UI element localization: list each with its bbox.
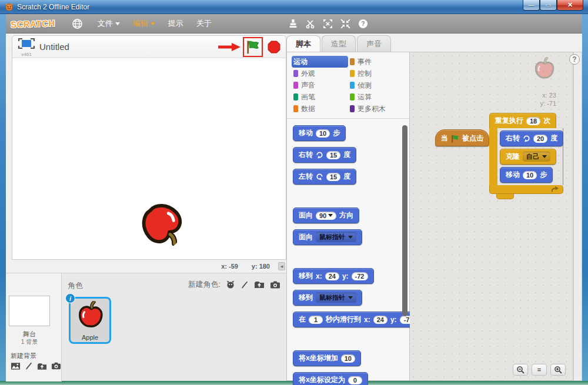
zoom-in-button[interactable] [550, 364, 566, 376]
camera-icon[interactable] [51, 362, 61, 370]
apple-thumbnail-image [76, 301, 105, 336]
collapse-toggle-icon[interactable]: ◄ [278, 262, 285, 270]
category-1[interactable]: 外观 [292, 68, 348, 79]
tab-2[interactable]: 声音 [357, 35, 391, 52]
repeat-block[interactable]: 重复执行18次右转20度克隆自己移动10步 [489, 113, 563, 199]
number-input[interactable]: 10 [523, 171, 537, 179]
menu-item-0[interactable]: 文件 [98, 18, 120, 29]
number-input[interactable]: 24 [373, 316, 387, 324]
flag-icon[interactable] [451, 135, 459, 143]
dropdown-menu[interactable]: 鼠标指针 [316, 293, 356, 303]
sprite-thumbnail-apple[interactable]: i Apple [69, 297, 111, 344]
script-area[interactable]: x: 23 y: -71 当被点击重复执行18次右转20度克隆自己移动10步 = [410, 52, 573, 381]
zoom-reset-button[interactable]: = [532, 364, 547, 376]
help-button[interactable]: ? [569, 54, 580, 65]
fullscreen-icon[interactable] [18, 38, 35, 49]
camera-icon[interactable] [270, 281, 280, 289]
editor-tabs: 脚本造型声音 [286, 35, 391, 52]
new-sprite-label: 新建角色: [188, 279, 220, 290]
apple-sprite-on-stage[interactable] [133, 195, 187, 251]
palette-block[interactable]: 移到x:24y:-72 [293, 268, 374, 284]
dropdown-arrow-icon[interactable] [348, 236, 353, 239]
palette-block[interactable]: 右转15度 [293, 147, 356, 163]
category-9[interactable]: 更多积木 [348, 103, 406, 115]
duplicate-stamp-icon[interactable] [288, 19, 298, 29]
category-7[interactable]: 侦测 [348, 79, 406, 91]
dropdown-arrow-icon[interactable] [328, 214, 333, 217]
ccw-icon[interactable] [316, 173, 323, 180]
category-label: 事件 [358, 57, 372, 67]
sprite-y-coord: y: -71 [540, 99, 556, 108]
number-input[interactable]: 20 [533, 135, 547, 143]
sprites-header-label: 角色 [68, 280, 83, 291]
number-input[interactable]: 15 [326, 173, 340, 181]
palette-block[interactable]: 将x坐标设定为0 [293, 372, 368, 385]
tab-1[interactable]: 造型 [322, 35, 356, 52]
palette-block[interactable]: 将x坐标增加10 [293, 350, 361, 366]
paintbrush-icon[interactable] [240, 280, 249, 289]
paintbrush-icon[interactable] [25, 361, 33, 370]
stage-backdrop-column: 舞台 1 背景 新建背景 [6, 273, 62, 381]
dropdown-arrow-icon[interactable] [348, 296, 353, 299]
version-label: v461 [16, 52, 36, 57]
palette-scrollbar[interactable] [402, 125, 408, 378]
script-block[interactable]: 克隆自己 [500, 149, 556, 165]
green-flag-button[interactable] [245, 40, 260, 54]
number-input[interactable]: 1 [309, 316, 323, 324]
sprite-library-icon[interactable] [226, 280, 235, 289]
cw-icon[interactable] [523, 135, 530, 142]
palette-block[interactable]: 移到鼠标指针 [293, 290, 362, 306]
palette-block[interactable]: 移动10步 [293, 125, 346, 141]
number-dropdown-input[interactable]: 90 [316, 212, 336, 220]
dropdown-menu[interactable]: 自己 [523, 152, 550, 162]
close-button[interactable]: ✕ [557, 0, 583, 11]
block-help-icon[interactable]: ? [358, 19, 368, 29]
delete-scissors-icon[interactable] [306, 19, 315, 29]
sprite-preview-image [533, 57, 556, 86]
number-input[interactable]: 18 [526, 117, 540, 125]
tab-0[interactable]: 脚本 [286, 35, 320, 52]
number-input[interactable]: -72 [352, 272, 368, 280]
upload-icon[interactable] [254, 280, 265, 289]
minimize-button[interactable]: — [523, 0, 540, 11]
language-globe-icon[interactable] [72, 18, 83, 29]
number-input[interactable]: 10 [316, 129, 330, 138]
category-6[interactable]: 控制 [348, 68, 406, 79]
dropdown-arrow-icon[interactable] [542, 155, 547, 158]
category-4[interactable]: 数据 [292, 103, 348, 115]
sprite-info-icon[interactable]: i [65, 293, 75, 303]
category-3[interactable]: 画笔 [292, 91, 348, 103]
palette-scrollbar-thumb[interactable] [402, 125, 407, 316]
upload-icon[interactable] [37, 362, 47, 370]
backdrop-library-icon[interactable] [11, 362, 21, 370]
palette-block[interactable]: 面向90方向 [293, 207, 359, 223]
script-block[interactable]: 移动10步 [500, 167, 553, 183]
when-flag-clicked-block[interactable]: 当被点击 [435, 129, 489, 146]
number-input[interactable]: 24 [325, 272, 339, 280]
stop-button[interactable] [268, 41, 280, 53]
category-2[interactable]: 声音 [292, 79, 348, 91]
number-input[interactable]: 10 [341, 354, 355, 363]
palette-block[interactable]: 左转15度 [293, 169, 356, 185]
stage-canvas[interactable] [12, 58, 286, 259]
zoom-out-button[interactable] [513, 364, 528, 376]
script-block[interactable]: 右转20度 [500, 130, 563, 146]
menu-item-2[interactable]: 提示 [168, 18, 183, 29]
menu-item-3[interactable]: 关于 [196, 18, 212, 29]
block-text: 步 [333, 128, 340, 138]
palette-block[interactable]: 在1秒内滑行到x:24y:-7 [293, 312, 420, 327]
category-5[interactable]: 事件 [348, 56, 406, 68]
project-title[interactable]: Untitled [39, 42, 69, 52]
maximize-button[interactable]: ▭ [540, 0, 557, 11]
category-8[interactable]: 运算 [348, 91, 406, 103]
menu-item-1[interactable]: 编辑 [133, 18, 155, 29]
grow-sprite-icon[interactable] [323, 19, 333, 29]
shrink-sprite-icon[interactable] [340, 19, 350, 29]
number-input[interactable]: 15 [326, 151, 340, 159]
category-0[interactable]: 运动 [292, 56, 348, 68]
palette-block[interactable]: 面向鼠标指针 [293, 229, 362, 245]
dropdown-menu[interactable]: 鼠标指针 [316, 232, 356, 242]
cw-icon[interactable] [316, 151, 323, 159]
number-input[interactable]: 0 [348, 376, 362, 384]
stage-thumbnail[interactable] [9, 296, 50, 326]
